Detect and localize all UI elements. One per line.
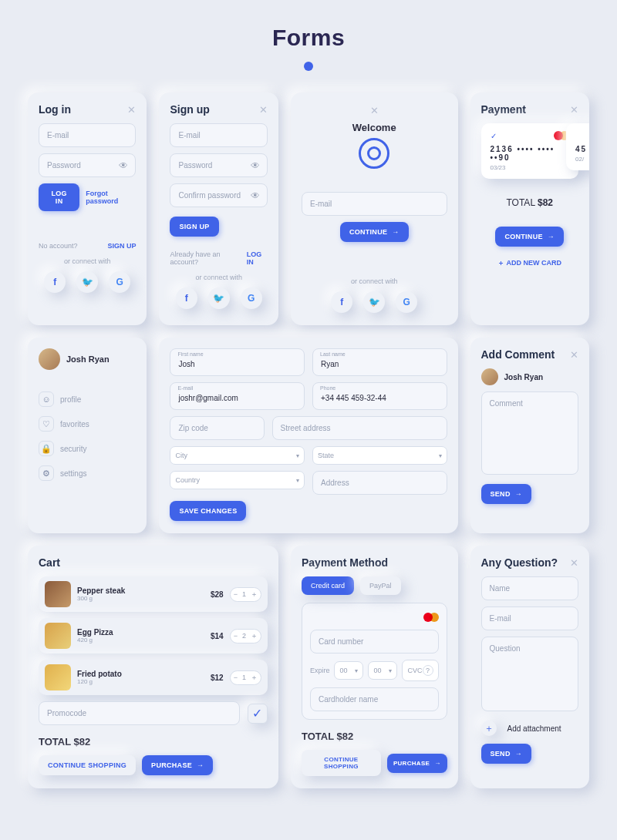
continue-label: CONTINUE (349, 228, 387, 236)
sidebar-item-security[interactable]: 🔒security (39, 436, 136, 461)
login-email-input[interactable] (39, 123, 136, 147)
promocode-input[interactable] (39, 701, 240, 725)
plus-icon[interactable]: ＋ (481, 721, 497, 736)
first-name-label: First name (177, 351, 203, 357)
welcome-title: Welcome (302, 122, 447, 133)
quantity-stepper[interactable]: −2＋ (230, 629, 261, 643)
google-icon[interactable]: G (396, 291, 417, 313)
gear-icon: ⚙ (39, 465, 54, 481)
login-card: Log in ✕ 👁 LOG IN Forgot password No acc… (28, 92, 147, 325)
plus-icon[interactable]: ＋ (251, 590, 258, 600)
apply-promo-button[interactable]: ✓ (248, 704, 268, 724)
sidebar-item-favorites[interactable]: ♡favorites (39, 412, 136, 436)
pm-total: TOTAL $82 (302, 731, 447, 742)
chevron-down-icon: ▾ (296, 477, 299, 484)
minus-icon[interactable]: − (234, 632, 238, 640)
add-new-card-link[interactable]: ＋ ADD NEW CARD (497, 259, 561, 267)
state-select[interactable]: State▾ (312, 446, 447, 465)
close-icon[interactable]: ✕ (570, 105, 578, 115)
signup-link[interactable]: SIGN UP (107, 242, 136, 250)
login-button[interactable]: LOG IN (39, 183, 79, 211)
help-icon[interactable]: ? (423, 665, 433, 676)
purchase-button[interactable]: PURCHASE → (142, 755, 213, 775)
close-icon[interactable]: ✕ (259, 105, 268, 115)
google-icon[interactable]: G (109, 271, 130, 293)
login-link[interactable]: LOG IN (247, 250, 268, 266)
payment-total: TOTAL $82 (481, 197, 578, 208)
city-select[interactable]: City▾ (170, 446, 305, 465)
signup-card: Sign up ✕ 👁 👁 SIGN UP Already have an ac… (159, 92, 278, 325)
country-select[interactable]: Country▾ (170, 471, 305, 489)
twitter-icon[interactable]: 🐦 (363, 291, 385, 313)
address-input[interactable] (312, 471, 447, 495)
facebook-icon[interactable]: f (176, 287, 197, 309)
sidebar-item-profile[interactable]: ☺profile (39, 387, 136, 412)
saved-card[interactable]: ✓ 2136 •••• •••• ••90 03/23 (481, 123, 578, 179)
plus-icon[interactable]: ＋ (251, 673, 258, 683)
comment-textarea[interactable] (481, 391, 578, 475)
cart-item-name: Pepper steak (77, 586, 196, 595)
forgot-password-link[interactable]: Forgot password (86, 190, 136, 205)
food-thumbnail (45, 623, 71, 649)
connect-label: or connect with (170, 274, 267, 281)
twitter-icon[interactable]: 🐦 (76, 271, 98, 293)
facebook-icon[interactable]: f (44, 271, 66, 293)
minus-icon[interactable]: − (234, 674, 238, 681)
zip-input[interactable] (170, 416, 264, 440)
expire-year-select[interactable]: 00▾ (368, 661, 397, 680)
close-icon[interactable]: ✕ (127, 105, 136, 115)
check-icon: ✓ (252, 706, 262, 721)
tab-credit-card[interactable]: Credit card (302, 576, 354, 595)
continue-button[interactable]: CONTINUE → (495, 227, 564, 247)
twitter-icon[interactable]: 🐦 (208, 287, 230, 309)
facebook-icon[interactable]: f (331, 291, 352, 313)
close-icon[interactable]: ✕ (370, 105, 379, 116)
continue-shopping-button[interactable]: CONTINUE SHOPPING (39, 755, 136, 775)
chevron-down-icon: ▾ (296, 452, 299, 459)
profile-sidebar: Josh Ryan ☺profile ♡favorites 🔒security … (28, 338, 147, 533)
send-button[interactable]: SEND → (481, 744, 532, 764)
arrow-right-icon: → (197, 761, 204, 769)
signup-email-input[interactable] (170, 123, 267, 147)
sidebar-item-settings[interactable]: ⚙settings (39, 461, 136, 486)
question-textarea[interactable] (481, 637, 578, 711)
send-label: SEND (491, 490, 511, 498)
plus-icon[interactable]: ＋ (251, 631, 258, 641)
comment-card: Add Comment ✕ Josh Ryan SEND → (470, 338, 589, 533)
name-input[interactable] (481, 576, 578, 600)
eye-icon[interactable]: 👁 (251, 190, 260, 201)
cart-title: Cart (39, 556, 268, 569)
continue-button[interactable]: CONTINUE → (340, 222, 409, 242)
minus-icon[interactable]: − (234, 590, 238, 598)
purchase-button[interactable]: PURCHASE → (387, 754, 447, 773)
cardholder-input[interactable] (310, 687, 439, 711)
send-button[interactable]: SEND → (481, 484, 532, 504)
welcome-email-input[interactable] (302, 192, 447, 216)
last-name-label: Last name (320, 351, 346, 357)
quantity-stepper[interactable]: −1＋ (230, 670, 261, 685)
add-attachment-link[interactable]: Add attachment (507, 724, 561, 733)
heart-icon: ♡ (39, 416, 54, 432)
email-label: E-mail (177, 385, 193, 391)
arrow-right-icon: → (392, 228, 399, 236)
close-icon[interactable]: ✕ (570, 558, 578, 568)
cvc-input[interactable]: CVC? (402, 660, 438, 681)
google-icon[interactable]: G (241, 287, 262, 309)
card-number-input[interactable] (310, 630, 439, 654)
tab-paypal[interactable]: PayPal (360, 576, 401, 595)
close-icon[interactable]: ✕ (570, 350, 578, 360)
user-icon: ☺ (39, 391, 54, 407)
email-input[interactable] (481, 606, 578, 630)
expire-month-select[interactable]: 00▾ (334, 661, 363, 680)
eye-icon[interactable]: 👁 (119, 160, 128, 171)
continue-shopping-button[interactable]: CONTINUE SHOPPING (302, 750, 381, 776)
street-input[interactable] (272, 416, 447, 440)
saved-card-peek[interactable]: 45 02/ (566, 123, 589, 170)
eye-icon[interactable]: 👁 (251, 160, 260, 171)
quantity-stepper[interactable]: −1＋ (230, 587, 261, 602)
purchase-label: PURCHASE (393, 760, 430, 767)
signup-button[interactable]: SIGN UP (170, 217, 218, 237)
save-changes-button[interactable]: SAVE CHANGES (170, 501, 246, 521)
payment-method-card: Payment Method Credit card PayPal Expire… (291, 546, 458, 788)
phone-label: Phone (320, 385, 335, 391)
